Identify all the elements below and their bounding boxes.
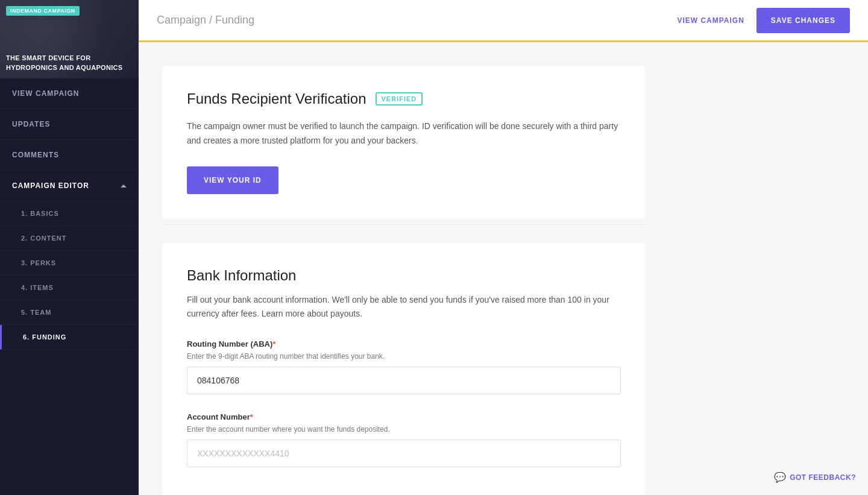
routing-label: Routing Number (ABA)*	[187, 339, 621, 348]
account-hint: Enter the account number where you want …	[187, 425, 621, 434]
sidebar-item-funding[interactable]: 6. FUNDING	[0, 325, 139, 350]
sidebar-item-campaign-editor[interactable]: CAMPAIGN EDITOR	[0, 171, 139, 201]
view-id-button[interactable]: VIEW YOUR ID	[187, 166, 278, 194]
account-required: *	[250, 412, 253, 421]
routing-number-input[interactable]	[187, 367, 621, 394]
account-label: Account Number*	[187, 412, 621, 421]
view-campaign-link[interactable]: VIEW CAMPAIGN	[677, 16, 744, 25]
routing-hint: Enter the 9-digit ABA routing number tha…	[187, 352, 621, 361]
section-divider	[163, 224, 645, 225]
feedback-icon: 💬	[774, 471, 787, 483]
sidebar-item-perks[interactable]: 3. PERKS	[0, 251, 139, 276]
sidebar-item-team[interactable]: 5. TEAM	[0, 300, 139, 325]
section-title-funds: Funds Recipient Verification VERIFIED	[187, 90, 621, 107]
bank-title: Bank Information	[187, 267, 621, 284]
chevron-up-icon	[121, 184, 127, 188]
save-changes-button[interactable]: SAVE CHANGES	[756, 8, 850, 33]
account-number-group: Account Number* Enter the account number…	[187, 412, 621, 467]
funds-description: The campaign owner must be verified to l…	[187, 119, 621, 148]
bank-description: Fill out your bank account information. …	[187, 293, 621, 322]
routing-number-group: Routing Number (ABA)* Enter the 9-digit …	[187, 339, 621, 394]
topbar: Campaign / Funding VIEW CAMPAIGN SAVE CH…	[139, 0, 868, 42]
breadcrumb: Campaign / Funding	[157, 14, 254, 27]
main-content: Campaign / Funding VIEW CAMPAIGN SAVE CH…	[139, 0, 868, 495]
sidebar-item-comments[interactable]: COMMENTS	[0, 140, 139, 171]
verified-badge: VERIFIED	[376, 92, 423, 106]
topbar-actions: VIEW CAMPAIGN SAVE CHANGES	[677, 8, 850, 33]
funds-verification-section: Funds Recipient Verification VERIFIED Th…	[163, 66, 645, 218]
campaign-title: THE SMART DEVICE FOR HYDROPONICS AND AQU…	[6, 54, 133, 72]
content-area: Funds Recipient Verification VERIFIED Th…	[139, 42, 868, 495]
sidebar-navigation: VIEW CAMPAIGN UPDATES COMMENTS CAMPAIGN …	[0, 78, 139, 495]
indemand-badge: INDEMAND CAMPAIGN	[6, 6, 80, 16]
sidebar-item-content[interactable]: 2. CONTENT	[0, 226, 139, 251]
sidebar-item-basics[interactable]: 1. BASICS	[0, 201, 139, 226]
sidebar-item-items[interactable]: 4. ITEMS	[0, 276, 139, 300]
account-number-input[interactable]	[187, 440, 621, 467]
sidebar: INDEMAND CAMPAIGN THE SMART DEVICE FOR H…	[0, 0, 139, 495]
feedback-button[interactable]: 💬 GOT FEEDBACK?	[774, 471, 856, 483]
sidebar-item-view-campaign[interactable]: VIEW CAMPAIGN	[0, 78, 139, 109]
routing-required: *	[272, 339, 275, 348]
funds-title: Funds Recipient Verification	[187, 90, 366, 107]
bank-information-section: Bank Information Fill out your bank acco…	[163, 243, 645, 495]
sidebar-item-updates[interactable]: UPDATES	[0, 109, 139, 140]
sidebar-hero: INDEMAND CAMPAIGN THE SMART DEVICE FOR H…	[0, 0, 139, 78]
